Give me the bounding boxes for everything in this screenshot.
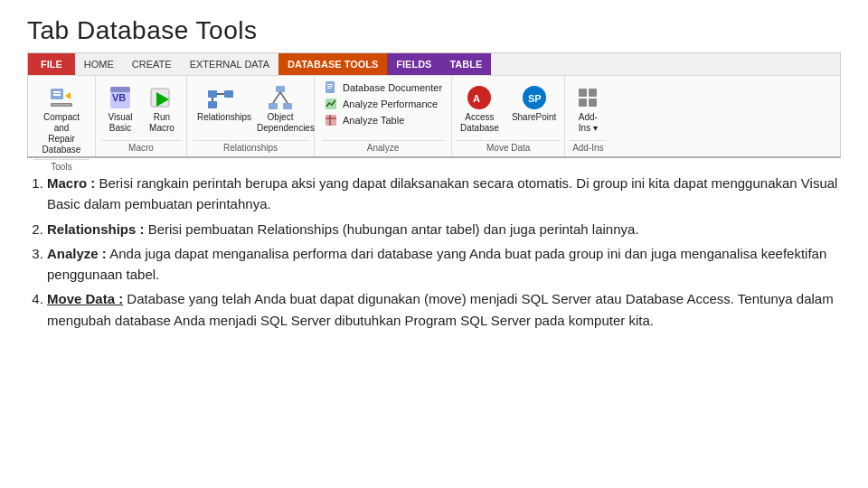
access-database-button[interactable]: A AccessDatabase — [456, 80, 504, 137]
svg-line-20 — [280, 92, 288, 103]
access-database-label: AccessDatabase — [460, 112, 499, 134]
objdep-icon — [266, 83, 295, 112]
relationships-label: Relationships — [197, 112, 244, 123]
svg-rect-8 — [110, 87, 130, 92]
tab-create[interactable]: CREATE — [123, 53, 181, 75]
database-documenter-button[interactable]: Database Documenter — [322, 80, 444, 96]
svg-rect-23 — [327, 86, 333, 87]
run-macro-button[interactable]: RunMacro — [143, 80, 181, 137]
svg-rect-18 — [283, 103, 292, 109]
svg-rect-34 — [589, 89, 597, 97]
vb-icon: VB — [106, 83, 135, 112]
svg-rect-21 — [326, 81, 335, 93]
svg-rect-35 — [579, 99, 587, 107]
relationships-icon — [206, 83, 235, 112]
svg-text:SP: SP — [528, 93, 542, 104]
addins-icon — [573, 83, 602, 112]
page: Tab Database Tools FILE HOME CREATE EXTE… — [0, 0, 868, 488]
svg-line-19 — [273, 92, 280, 103]
tab-table[interactable]: TABLE — [440, 53, 491, 75]
ribbon-tab-bar: FILE HOME CREATE EXTERNAL DATA DATABASE … — [28, 53, 840, 75]
tab-external-data[interactable]: EXTERNAL DATA — [181, 53, 278, 75]
macro-group-label: Macro — [101, 140, 181, 155]
sharepoint-icon: SP — [520, 83, 549, 112]
tools-items: Compact andRepair Database — [33, 80, 90, 159]
db-documenter-label: Database Documenter — [343, 82, 442, 93]
svg-rect-13 — [208, 101, 217, 108]
addins-group-label: Add-Ins — [569, 140, 607, 155]
sharepoint-label: SharePoint — [512, 112, 556, 123]
object-dependencies-button[interactable]: ObjectDependencies — [252, 80, 308, 137]
run-macro-label: RunMacro — [149, 112, 175, 134]
access-icon: A — [465, 83, 494, 112]
tab-database-tools[interactable]: DATABASE TOOLS — [278, 53, 387, 75]
item2-text: Berisi pembuatan Relationships (hubungan… — [148, 221, 639, 237]
list-item: Macro : Berisi rangkain perintah berupa … — [47, 173, 841, 215]
tools-group-label: Tools — [33, 159, 90, 174]
ribbon: FILE HOME CREATE EXTERNAL DATA DATABASE … — [27, 52, 841, 158]
movedata-items: A AccessDatabase SP ShareP — [456, 80, 561, 140]
compact-repair-button[interactable]: Compact andRepair Database — [33, 80, 90, 159]
content-list: Macro : Berisi rangkain perintah berupa … — [27, 173, 841, 331]
compact-repair-label: Compact andRepair Database — [38, 112, 85, 155]
tab-file[interactable]: FILE — [28, 53, 75, 75]
item4-bold: Move Data : — [47, 291, 123, 306]
item3-text: Anda juga dapat menganalisa performa dar… — [47, 246, 826, 282]
vb-label: VisualBasic — [108, 112, 132, 134]
analyze-icon — [324, 97, 338, 111]
svg-rect-11 — [208, 90, 217, 98]
svg-rect-5 — [52, 104, 71, 106]
svg-rect-26 — [326, 115, 336, 126]
addins-button[interactable]: Add-Ins ▾ — [569, 80, 607, 137]
item1-text: Berisi rangkain perintah berupa aksi yan… — [47, 175, 837, 211]
item3-bold: Analyze : — [47, 246, 107, 261]
ribbon-group-tools: Compact andRepair Database Tools — [28, 76, 96, 156]
item4-text: Database yang telah Anda buat dapat digu… — [47, 291, 834, 327]
analyze-items: Database Documenter Analyze Performance — [322, 80, 444, 140]
svg-text:VB: VB — [112, 92, 126, 103]
svg-text:A: A — [473, 93, 480, 104]
macro-icon — [147, 83, 176, 112]
item1-bold: Macro : — [47, 175, 95, 191]
page-title: Tab Database Tools — [27, 16, 841, 45]
relationships-items: Relationships — [193, 80, 308, 140]
ribbon-body: Compact andRepair Database Tools VB — [28, 75, 840, 156]
analyze-performance-label: Analyze Performance — [343, 99, 438, 109]
tab-home[interactable]: HOME — [75, 53, 123, 75]
doc-icon — [324, 80, 338, 95]
svg-rect-1 — [53, 91, 61, 93]
svg-rect-24 — [327, 88, 331, 89]
list-item: Relationships : Berisi pembuatan Relatio… — [47, 219, 841, 239]
svg-marker-3 — [65, 92, 71, 99]
content-area: Macro : Berisi rangkain perintah berupa … — [27, 169, 841, 338]
visual-basic-button[interactable]: VB VisualBasic — [101, 80, 139, 137]
ribbon-group-addins: Add-Ins ▾ Add-Ins — [565, 76, 610, 156]
svg-rect-17 — [269, 103, 278, 109]
tab-fields[interactable]: FIELDS — [387, 53, 440, 75]
analyze-performance-button[interactable]: Analyze Performance — [322, 96, 444, 112]
analyze-group-label: Analyze — [322, 140, 444, 153]
svg-rect-22 — [327, 84, 333, 85]
item2-bold: Relationships : — [47, 221, 145, 237]
relationships-button[interactable]: Relationships — [193, 80, 249, 127]
svg-rect-12 — [224, 90, 233, 98]
macro-items: VB VisualBasic — [101, 80, 181, 140]
ribbon-group-move-data: A AccessDatabase SP ShareP — [452, 76, 565, 156]
addins-label: Add-Ins ▾ — [579, 112, 598, 134]
svg-rect-36 — [589, 99, 597, 107]
ribbon-group-relationships: Relationships — [187, 76, 315, 156]
analyze-table-button[interactable]: Analyze Table — [322, 112, 444, 128]
relationships-group-label: Relationships — [193, 140, 308, 155]
sharepoint-button[interactable]: SP SharePoint — [507, 80, 561, 127]
compact-icon — [47, 83, 76, 112]
svg-rect-16 — [276, 86, 285, 92]
ribbon-group-analyze: Database Documenter Analyze Performance — [315, 76, 452, 156]
list-item: Analyze : Anda juga dapat menganalisa pe… — [47, 243, 841, 286]
addins-items: Add-Ins ▾ — [569, 80, 607, 140]
table-icon — [324, 113, 338, 127]
list-item: Move Data : Database yang telah Anda bua… — [47, 288, 841, 331]
ribbon-group-macro: VB VisualBasic — [96, 76, 187, 156]
movedata-group-label: Move Data — [456, 140, 561, 155]
svg-rect-2 — [53, 94, 61, 96]
svg-rect-33 — [579, 89, 587, 97]
